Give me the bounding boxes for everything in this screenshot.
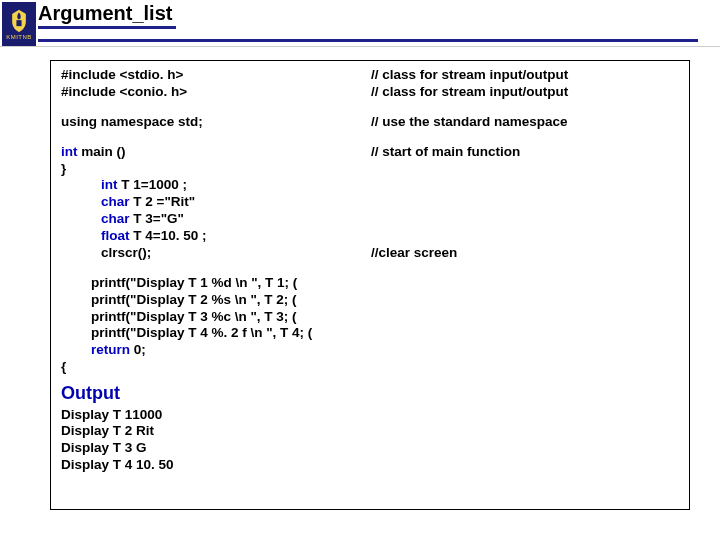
code-text: T 1=1000 ; [118,177,187,192]
title-block: Argument_list [38,2,698,42]
return-line: return 0; [61,342,679,359]
code-text: #include <stdio. h> [61,67,371,84]
title-underline [38,39,698,42]
crest-icon [8,9,30,33]
code-comment: // class for stream input/output [371,67,568,84]
keyword-int: int [101,177,118,192]
decl-float: float T 4=10. 50 ; [61,228,679,245]
decl-char2: char T 3="G" [61,211,679,228]
main-line: int main () // start of main function [61,144,679,161]
code-text: main () [78,144,126,159]
brace-open: } [61,161,679,178]
include-line-1: #include <stdio. h> // class for stream … [61,67,679,84]
printf-2: printf("Display T 2 %s \n ", T 2; ( [61,292,679,309]
header-bar: KMITNB Argument_list [0,0,720,47]
printf-4: printf("Display T 4 %. 2 f \n ", T 4; ( [61,325,679,342]
keyword-float: float [101,228,130,243]
code-text: #include <conio. h> [61,84,371,101]
output-line-3: Display T 3 G [61,440,679,457]
code-comment: // use the standard namespace [371,114,568,131]
decl-char1: char T 2 ="Rit" [61,194,679,211]
output-line-4: Display T 4 10. 50 [61,457,679,474]
printf-1: printf("Display T 1 %d \n ", T 1; ( [61,275,679,292]
keyword-char: char [101,211,130,226]
clrscr-line: clrscr(); //clear screen [61,245,679,262]
code-text: T 4=10. 50 ; [130,228,207,243]
include-line-2: #include <conio. h> // class for stream … [61,84,679,101]
code-text: 0; [130,342,146,357]
code-comment: // start of main function [371,144,520,161]
printf-3: printf("Display T 3 %c \n ", T 3; ( [61,309,679,326]
code-comment: // class for stream input/output [371,84,568,101]
code-text: clrscr(); [61,245,371,262]
logo: KMITNB [2,2,36,46]
decl-int: int T 1=1000 ; [61,177,679,194]
keyword-return: return [91,342,130,357]
code-text: T 3="G" [130,211,184,226]
output-line-1: Display T 11000 [61,407,679,424]
keyword-char: char [101,194,130,209]
page-title: Argument_list [38,2,176,29]
code-comment: //clear screen [371,245,457,262]
brace-close: { [61,359,679,376]
code-text: T 2 ="Rit" [130,194,196,209]
keyword-int: int [61,144,78,159]
using-line: using namespace std; // use the standard… [61,114,679,131]
code-frame: #include <stdio. h> // class for stream … [50,60,690,510]
code-text: using namespace std; [61,114,371,131]
svg-rect-0 [16,20,21,26]
output-heading: Output [61,382,679,405]
logo-label: KMITNB [6,34,32,40]
output-line-2: Display T 2 Rit [61,423,679,440]
